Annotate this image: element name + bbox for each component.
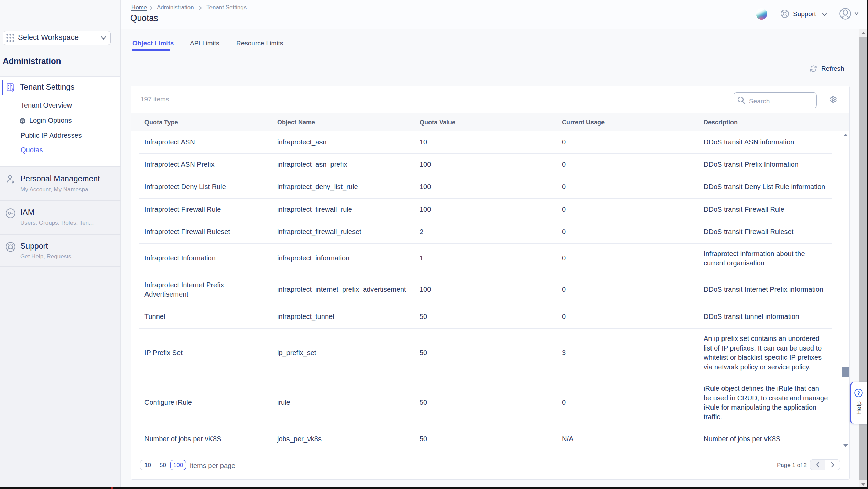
svg-text:?: ? — [857, 390, 860, 396]
